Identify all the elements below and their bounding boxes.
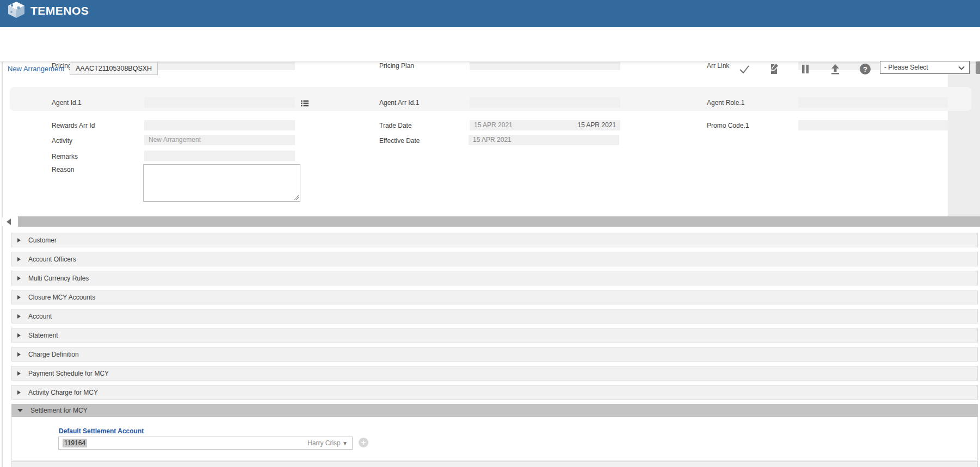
breadcrumb-new-arrangement[interactable]: New Arrangement (8, 65, 64, 73)
left-triangle-icon (7, 219, 11, 225)
trade-date-right-value: 15 APR 2021 (577, 120, 616, 130)
dropdown-arrow-icon: ▼ (342, 440, 348, 446)
reason-label: Reason (52, 166, 74, 173)
toolbar: New Arrangement AAACT21105308BQSXH ? - P… (0, 27, 980, 62)
promo-code-input[interactable] (798, 120, 948, 130)
section-label: Activity Charge for MCY (28, 389, 98, 396)
trade-date-label: Trade Date (379, 122, 412, 129)
section-label: Account (28, 313, 52, 320)
arr-link-label: Arr Link (707, 62, 729, 70)
svg-text:?: ? (863, 65, 867, 73)
settlement-panel: Default Settlement Account 119164 Harry … (11, 417, 978, 460)
section-label: Multi Currency Rules (28, 275, 89, 282)
section-label: Customer (28, 236, 57, 244)
resize-grip-icon[interactable] (293, 194, 299, 200)
chevron-down-icon (957, 64, 966, 76)
agent-role-input[interactable] (798, 97, 948, 108)
pricing-plan-label: Pricing Plan (379, 62, 414, 70)
remarks-input[interactable] (144, 151, 295, 161)
agent-arr-id-input[interactable] (470, 97, 620, 108)
section-label: Charge Definition (28, 351, 79, 358)
section-label: Closure MCY Accounts (28, 294, 95, 301)
rewards-arr-id-label: Rewards Arr Id (52, 122, 95, 129)
agent-arr-id-label: Agent Arr Id.1 (379, 99, 419, 107)
section-activity-charge-for-mcy[interactable]: Activity Charge for MCY (11, 385, 978, 400)
section-label: Statement (28, 332, 58, 339)
help-icon[interactable]: ? (858, 62, 872, 76)
triangle-down-icon (17, 409, 23, 412)
next-section-partial-row[interactable] (11, 461, 978, 467)
section-closure-mcy-accounts[interactable]: Closure MCY Accounts (11, 290, 978, 304)
section-settlement-for-mcy[interactable]: Settlement for MCY (11, 404, 978, 417)
brand-name: TEMENOS (30, 4, 89, 17)
section-label: Account Officers (28, 256, 76, 263)
default-settlement-account-link[interactable]: Default Settlement Account (59, 427, 144, 435)
triangle-right-icon (17, 333, 21, 338)
settlement-account-input[interactable]: 119164 Harry Crisp ▼ (58, 437, 353, 450)
horizontal-scrollbar-thumb[interactable] (18, 216, 980, 227)
agent-role-label: Agent Role.1 (707, 99, 744, 107)
triangle-right-icon (17, 295, 21, 300)
add-settlement-button[interactable]: + (359, 438, 368, 447)
effective-date-input[interactable]: 15 APR 2021 (469, 135, 619, 145)
settlement-account-value: 119164 (63, 439, 87, 447)
agent-id-label: Agent Id.1 (52, 99, 82, 107)
remarks-label: Remarks (52, 153, 78, 160)
triangle-right-icon (17, 238, 21, 242)
upload-icon[interactable] (828, 62, 842, 76)
effective-date-label: Effective Date (379, 137, 420, 145)
action-select-value: - Please Select (884, 64, 928, 71)
section-multi-currency-rules[interactable]: Multi Currency Rules (11, 271, 978, 285)
commit-check-icon[interactable] (737, 62, 751, 76)
reason-textarea[interactable] (143, 164, 300, 202)
triangle-right-icon (17, 352, 21, 357)
promo-code-label: Promo Code.1 (707, 122, 749, 129)
section-customer[interactable]: Customer (11, 233, 978, 247)
activity-input[interactable]: New Arrangement (144, 135, 295, 145)
pause-icon[interactable] (798, 62, 812, 76)
rewards-arr-id-input[interactable] (144, 120, 295, 130)
trade-date-input[interactable]: 15 APR 2021 15 APR 2021 (470, 120, 620, 130)
temenos-cube-logo-icon (7, 1, 26, 21)
triangle-right-icon (17, 371, 21, 376)
clipped-edge-button[interactable] (976, 61, 980, 74)
activity-label: Activity (52, 137, 72, 145)
triangle-right-icon (17, 257, 21, 261)
section-charge-definition[interactable]: Charge Definition (11, 347, 978, 362)
right-gutter (948, 61, 980, 216)
section-statement[interactable]: Statement (11, 328, 978, 343)
agent-id-input[interactable] (144, 97, 295, 108)
section-payment-schedule-for-mcy[interactable]: Payment Schedule for MCY (11, 366, 978, 381)
validate-document-icon[interactable] (768, 62, 782, 76)
triangle-right-icon (17, 276, 21, 281)
list-lookup-icon[interactable] (300, 99, 309, 108)
app-header: TEMENOS (0, 0, 980, 27)
owner-dropdown[interactable]: Harry Crisp ▼ (307, 439, 348, 447)
action-select-dropdown[interactable]: - Please Select (880, 61, 970, 74)
hscroll-left-arrow[interactable] (2, 217, 16, 226)
section-account-officers[interactable]: Account Officers (11, 252, 978, 266)
brand: TEMENOS (7, 1, 89, 21)
owner-name: Harry Crisp (307, 439, 341, 447)
section-label: Settlement for MCY (30, 407, 88, 414)
triangle-right-icon (17, 314, 21, 319)
section-account[interactable]: Account (11, 309, 978, 323)
section-label: Payment Schedule for MCY (28, 370, 109, 377)
triangle-right-icon (17, 390, 21, 395)
trade-date-value: 15 APR 2021 (474, 121, 513, 129)
arrangement-reference-badge: AAACT21105308BQSXH (70, 62, 158, 75)
left-edge-rule (2, 61, 3, 467)
